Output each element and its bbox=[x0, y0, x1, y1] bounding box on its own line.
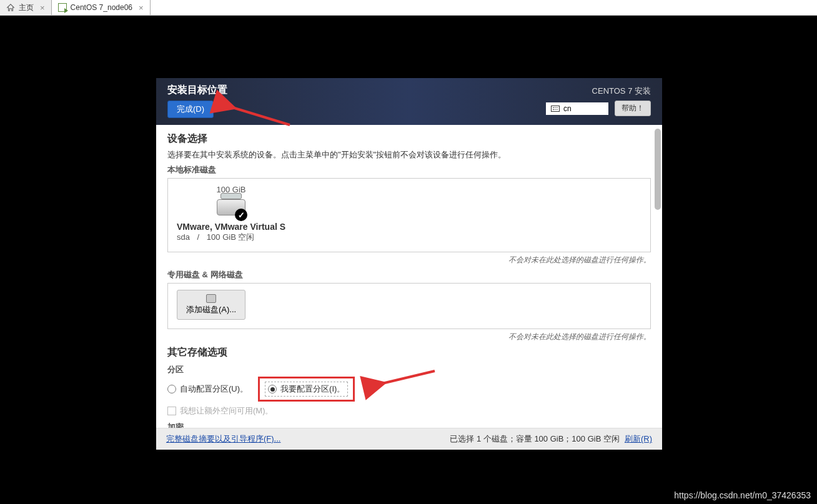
close-icon[interactable]: × bbox=[40, 3, 45, 12]
scrollbar[interactable] bbox=[655, 129, 661, 424]
no-action-note-2: 不会对未在此处选择的磁盘进行任何操作。 bbox=[167, 332, 651, 342]
radio-manual-partition[interactable]: 我要配置分区(I)。 bbox=[268, 383, 345, 395]
no-action-note-1: 不会对未在此处选择的磁盘进行任何操作。 bbox=[167, 255, 651, 265]
footer-status: 已选择 1 个磁盘；容量 100 GiB；100 GiB 空闲 bbox=[450, 433, 620, 445]
add-disk-label: 添加磁盘(A)... bbox=[186, 304, 236, 315]
add-disk-button[interactable]: 添加磁盘(A)... bbox=[177, 290, 245, 320]
installer-window: 安装目标位置 完成(D) CENTOS 7 安装 cn 帮助！ 设备选择 选择要… bbox=[156, 78, 662, 450]
close-icon[interactable]: × bbox=[139, 3, 144, 12]
tab-vm[interactable]: CentOS 7_node06 × bbox=[52, 0, 151, 15]
disk-detail: sda / 100 GiB 空闲 bbox=[177, 232, 285, 243]
page-title: 安装目标位置 bbox=[167, 84, 227, 97]
disk-free: 100 GiB 空闲 bbox=[207, 232, 255, 242]
radio-auto-partition[interactable]: 自动配置分区(U)。 bbox=[167, 383, 248, 395]
full-disk-summary-link[interactable]: 完整磁盘摘要以及引导程序(F)... bbox=[166, 433, 280, 445]
installer-footer: 完整磁盘摘要以及引导程序(F)... 已选择 1 个磁盘；容量 100 GiB；… bbox=[156, 428, 662, 450]
tab-home[interactable]: 主页 × bbox=[0, 0, 52, 15]
keyboard-layout[interactable]: cn bbox=[546, 102, 608, 115]
done-button[interactable]: 完成(D) bbox=[167, 101, 214, 118]
disk-dev: sda bbox=[177, 232, 190, 242]
storage-options-title: 其它存储选项 bbox=[167, 346, 651, 359]
checkbox-reclaim-space: 我想让额外空间可用(M)。 bbox=[167, 405, 651, 417]
hard-disk-icon bbox=[217, 195, 245, 219]
watermark: https://blog.csdn.net/m0_37426353 bbox=[674, 490, 811, 500]
radio-icon bbox=[268, 385, 277, 393]
radio-auto-label: 自动配置分区(U)。 bbox=[180, 383, 248, 395]
refresh-link[interactable]: 刷新(R) bbox=[625, 433, 652, 445]
tab-vm-label: CentOS 7_node06 bbox=[71, 3, 132, 12]
device-selection-desc: 选择要在其中安装系统的设备。点击主菜单中的"开始安装"按钮前不会对该设备进行任何… bbox=[167, 149, 651, 161]
help-button[interactable]: 帮助！ bbox=[615, 101, 651, 116]
disk-icon bbox=[206, 294, 216, 303]
local-disks-box: 100 GiB VMware, VMware Virtual S sda / 1… bbox=[167, 178, 651, 252]
keyboard-layout-label: cn bbox=[563, 104, 572, 113]
check-icon bbox=[235, 209, 247, 221]
special-disks-label: 专用磁盘 & 网络磁盘 bbox=[167, 269, 651, 280]
disk-name: VMware, VMware Virtual S bbox=[177, 222, 285, 232]
product-label: CENTOS 7 安装 bbox=[592, 86, 651, 97]
vm-icon bbox=[58, 3, 67, 12]
special-disks-box: 添加磁盘(A)... bbox=[167, 283, 651, 329]
home-icon bbox=[6, 3, 15, 12]
partition-label: 分区 bbox=[167, 364, 651, 375]
tabs-bar: 主页 × CentOS 7_node06 × bbox=[0, 0, 817, 16]
radio-manual-label: 我要配置分区(I)。 bbox=[280, 383, 345, 395]
encrypt-label: 加密 bbox=[167, 422, 651, 428]
device-selection-title: 设备选择 bbox=[167, 132, 651, 146]
disk-item[interactable]: 100 GiB VMware, VMware Virtual S sda / 1… bbox=[177, 185, 285, 243]
keyboard-icon bbox=[551, 106, 560, 112]
local-disks-label: 本地标准磁盘 bbox=[167, 164, 651, 175]
annotation-red-box: 我要配置分区(I)。 bbox=[258, 377, 355, 402]
partition-radio-group: 自动配置分区(U)。 我要配置分区(I)。 bbox=[167, 377, 651, 402]
installer-body: 设备选择 选择要在其中安装系统的设备。点击主菜单中的"开始安装"按钮前不会对该设… bbox=[156, 125, 662, 428]
checkbox-icon bbox=[167, 407, 176, 415]
installer-header: 安装目标位置 完成(D) CENTOS 7 安装 cn 帮助！ bbox=[156, 78, 662, 125]
radio-icon bbox=[167, 385, 176, 393]
tab-home-label: 主页 bbox=[19, 2, 34, 13]
checkbox-reclaim-label: 我想让额外空间可用(M)。 bbox=[180, 405, 274, 417]
